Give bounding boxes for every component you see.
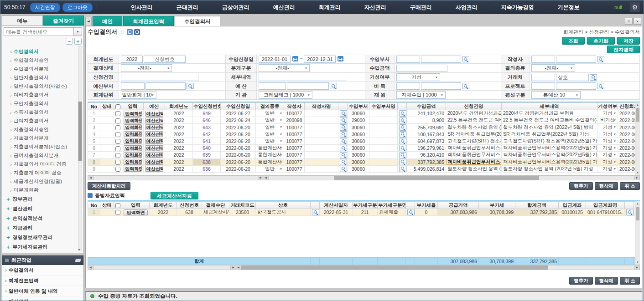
budget-dept-input[interactable] [121,82,145,90]
cell-request-no[interactable]: 646 [193,117,221,124]
cell-completion[interactable]: 기성▼ [597,145,618,152]
cell-payment-method[interactable]: 세금계산서/.. [202,209,229,216]
cell-request-no[interactable]: 643 [193,124,221,131]
cell-no[interactable]: 2 [88,117,100,124]
reset-button[interactable]: 초기화 [587,37,615,45]
cell-status[interactable] [100,158,114,165]
author-search-icon[interactable] [340,138,347,144]
cell-request-title[interactable]: SR 격차비품 취급업무(202.. [446,131,502,138]
cell-vat-amount[interactable]: 30,708,399 [479,209,515,216]
project-input[interactable] [556,82,596,90]
scroll-left-icon[interactable]: ◀ [88,265,93,270]
sidebar-item[interactable]: ›지출결의서 데이터 검증 [10,160,82,168]
row-delete-button[interactable]: 행삭제 [595,277,618,285]
sidebar-item[interactable]: ›수입결의서승인 [10,56,82,65]
cell-vendor-name[interactable]: 한국철도공사 [256,209,311,216]
calendar-icon[interactable] [338,56,343,63]
budget-cell-button[interactable]: 예산선택 [145,159,163,165]
cell-completion[interactable]: 기성▼ [597,158,618,165]
dept-search-icon[interactable] [399,124,406,131]
cell-income-dept-name[interactable] [369,131,398,138]
cell-author-name[interactable] [305,131,338,138]
budget-dept-input[interactable] [145,82,186,90]
window-list-icon[interactable]: ≡ [625,18,633,25]
menu-search-dropdown-icon[interactable]: ▼ [74,27,82,36]
cell-author[interactable]: 100077 [284,158,305,165]
cell-author[interactable]: 100077 [284,165,305,172]
clear-recent-icon[interactable] [75,259,82,262]
sidebar-item[interactable]: ›소득지출결의서 [10,108,82,117]
income-dept-input[interactable] [396,56,420,63]
tab-scroll-left-icon[interactable]: ◀ [85,17,92,26]
sidebar-item[interactable]: +손익실적분석 [6,214,82,223]
cell-resolution-type[interactable]: 일반▼ [256,165,284,172]
completion-status-select[interactable]: 기성▼ [396,73,440,81]
cell-dept-search[interactable] [398,152,407,158]
cell-request-no[interactable]: 639 [193,152,221,158]
cell-completion[interactable]: 기성▼ [597,124,618,131]
account-unit-select[interactable]: 일반회계 | 10▼ [121,91,156,99]
cell-completion[interactable]: 기성▼ [597,165,618,172]
topbar-menu-item[interactable]: 사업관리 [456,4,478,11]
tab-회계전표입력[interactable]: 회계전표입력 [123,16,174,26]
cell-author-search[interactable] [338,124,348,131]
cell-request-no[interactable]: 636 [193,165,221,172]
cell-vendor-code[interactable]: 23500 [229,209,256,216]
cell-income-dept[interactable]: 30060 [348,158,369,165]
cell-resolution-type[interactable]: 일반▼ [256,110,284,117]
cell-income-dept-name[interactable] [369,145,398,152]
input-cell-button[interactable]: 입력화면 [124,111,142,117]
row-checkbox[interactable] [115,153,120,158]
cell-request-date[interactable]: 2022-06-20 [221,138,256,144]
cell-request-date[interactable]: 2022-06-27 [221,110,256,117]
cell-status[interactable] [100,131,114,138]
cell-author-search[interactable] [338,152,348,158]
expand-all-button[interactable]: + [74,38,82,45]
budget-cell-button[interactable]: 예산선택 [145,117,163,123]
cell-total-amount[interactable]: 337,792,385 [515,209,559,216]
cell-completion[interactable]: 기성▼ [597,110,618,117]
detail-desc-input[interactable] [259,74,346,81]
cell-author-search[interactable] [338,110,348,117]
sidebar-item[interactable]: +장부관리 [6,194,82,204]
sidebar-item[interactable]: +경영정보재무관리 [6,233,82,242]
expense-item-search-icon[interactable] [462,83,469,89]
cell-detail-desc[interactable]: 객차비품취급업무서비스용역(2022년5월) 기성 [502,145,597,152]
cell-request-no[interactable]: 640 [193,145,221,152]
cell-author-name[interactable] [305,145,338,152]
cell-no[interactable]: 9 [88,165,100,172]
cell-income-dept[interactable]: 30060 [348,152,369,158]
income-dept-search-icon[interactable] [462,56,469,62]
request-title-input[interactable] [121,74,198,81]
scrollbar-thumb[interactable] [78,102,82,161]
author-search-icon[interactable] [340,117,347,123]
author-search-icon[interactable] [597,56,604,62]
cell-author-search[interactable] [338,138,348,144]
input-cell-button[interactable]: 입력화면 [124,145,142,151]
vendor-input[interactable] [556,74,589,81]
window-close-icon[interactable]: × [634,18,641,25]
cell-check[interactable] [114,138,122,144]
cell-author-name[interactable] [305,165,338,172]
topbar-menu-item[interactable]: 지속가능경영 [501,4,534,11]
cell-fiscal-year[interactable]: 2022 [150,209,177,216]
dept-search-icon[interactable] [399,138,406,144]
sidebar-item[interactable]: ›수입결의서분개 [10,65,82,73]
agency-select[interactable]: 크레일테크 | 1000▼ [259,91,312,99]
column-header-check[interactable] [114,202,122,209]
cell-status[interactable] [100,145,114,152]
cell-income-dept[interactable]: 29000 [348,117,369,124]
cell-income-dept[interactable]: 30060 [348,110,369,117]
cell-budget[interactable]: 예산선택 [144,158,165,165]
cell-detail-desc[interactable]: 철도차량 청소사업 용역 (2022년 5월) 기성 [502,165,597,172]
scroll-left-icon[interactable]: ◀ [263,176,269,180]
cell-dept-search[interactable] [398,145,407,152]
cell-request-no[interactable]: 642 [193,131,221,138]
cell-input[interactable]: 입력화면 [122,152,144,158]
cell-check[interactable] [114,209,122,216]
cell-budget[interactable]: 예산선택 [144,110,165,117]
sidebar-item[interactable]: ›지출결의서분개 [10,134,82,143]
scrollbar-thumb[interactable] [636,108,639,122]
cell-vat-rate[interactable]: 0 [415,209,438,216]
recent-item[interactable]: ›일반이체 연동 및 내역 [2,286,83,296]
